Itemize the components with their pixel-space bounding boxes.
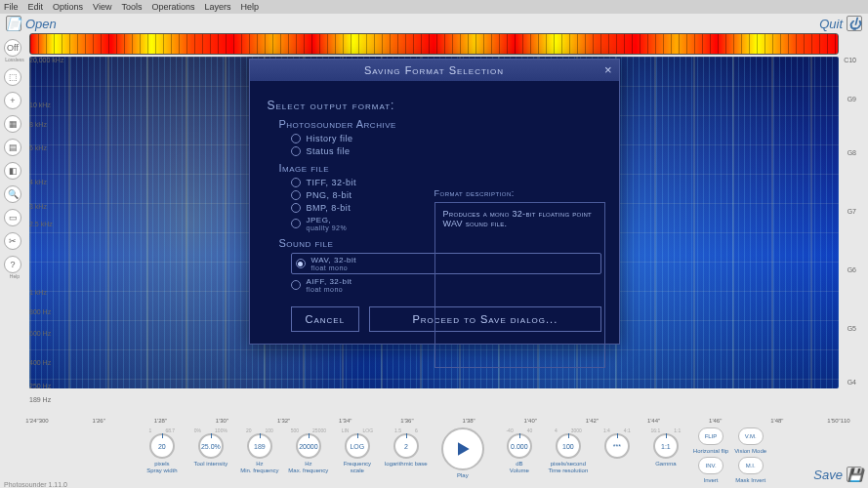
play-button[interactable] [441,427,484,470]
quit-label: Quit [819,17,843,31]
sidebar-tool-9[interactable]: ? [4,256,21,273]
freq-tick: 189 Hz [29,396,51,403]
toggle-label: Horizontal flip [693,448,728,454]
toggle-label: Vision Mode [734,448,766,454]
knob[interactable]: 5002500020000HzMax. frequency [287,427,330,473]
knob[interactable]: 168.720pixelsSpray width [141,427,184,473]
open-label: Open [25,17,57,31]
radio-history-file[interactable]: History file [291,134,601,143]
waveform-overview[interactable] [29,33,839,55]
toggle-flip[interactable]: FLIP [698,427,723,445]
knob-label: Tool intensity [194,461,228,468]
knob-dial[interactable]: LOG [345,433,370,459]
power-icon: ⏻ [847,16,862,31]
freq-tick: 400 Hz [29,359,51,366]
desc-heading: Format description: [434,188,605,198]
knob[interactable]: 1.562logarithmic base [385,427,428,468]
control-knobs: 168.720pixelsSpray width0%100%25.0%Tool … [98,427,809,480]
toggle-vm[interactable]: V.M. [738,427,764,445]
radio-label: WAV, 32-bitfloat mono [311,256,357,271]
dialog-titlebar[interactable]: Saving Format Selection × [250,60,619,81]
tool-sidebar: OffLossless⬚+▦▤◧🔍▭✂?Help [4,39,25,279]
sidebar-tool-3[interactable]: ▦ [4,115,21,133]
freq-tick: 10 kHz [29,102,51,108]
archive-heading: Photosounder Archive [279,118,601,130]
knob[interactable]: -40400.000dBVolume [498,427,541,473]
cancel-button[interactable]: Cancel [291,306,360,332]
knob-label: HzMax. frequency [288,461,328,473]
radio-tiff[interactable]: TIFF, 32-bit [291,178,601,187]
time-tick: 1'44" [647,418,660,424]
knob[interactable]: 16:11:11:1Gamma [644,427,687,468]
sidebar-tool-1[interactable]: ⬚ [4,68,21,86]
knob-dial[interactable]: *** [604,433,630,459]
quit-button[interactable]: Quit ⏻ [819,16,862,31]
time-tick: 1'50"110 [827,418,849,424]
knob-label: logarithmic base [385,461,428,468]
sidebar-tool-2[interactable]: + [4,92,21,109]
knob-label: Gamma [655,461,676,468]
freq-tick: 3 kHz [29,203,47,210]
menu-help[interactable]: Help [240,2,259,12]
radio-icon [291,203,301,213]
knob[interactable]: 20100189HzMin. frequency [238,427,281,473]
note-tick: G5 [847,325,856,332]
dialog-title-text: Saving Format Selection [364,64,504,76]
freq-tick: 4 kHz [29,179,47,185]
menu-options[interactable]: Options [53,2,83,12]
knob-dial[interactable]: 20000 [296,433,321,459]
knob[interactable]: 0%100%25.0%Tool intensity [189,427,232,468]
sidebar-sublabel: Lossless [4,57,25,62]
menu-view[interactable]: View [93,2,111,12]
freq-tick: 2.5 kHz [29,221,53,227]
time-tick: 1'32" [277,418,290,424]
knob[interactable]: 1:44:1*** [596,427,639,461]
time-tick: 1'24"300 [25,418,48,424]
freq-tick: 8 kHz [29,121,47,128]
knob-label: pixels/secondTime resolution [548,461,588,473]
sidebar-sublabel: Help [4,273,25,279]
knob-dial[interactable]: 25.0% [198,433,224,459]
knob-dial[interactable]: 100 [556,433,581,459]
sidebar-tool-0[interactable]: Off [4,39,21,57]
radio-label: Status file [307,146,351,156]
radio-label: AIFF, 32-bitfloat mono [307,277,352,293]
open-button[interactable]: 📄 Open [6,16,57,31]
freq-tick: 250 Hz [29,383,51,389]
knob-dial[interactable]: 1:1 [653,433,679,459]
menu-tools[interactable]: Tools [121,2,142,12]
menu-file[interactable]: File [4,2,19,12]
toggle-mi[interactable]: M.I. [738,457,764,474]
freq-tick: 800 Hz [29,308,51,315]
sidebar-tool-4[interactable]: ▤ [4,139,21,156]
note-tick: C10 [844,57,856,63]
freq-tick: 600 Hz [29,330,51,337]
sidebar-tool-8[interactable]: ✂ [4,232,21,250]
time-tick: 1'38" [462,418,475,424]
time-axis: 1'24"3001'26"1'28"1'30"1'32"1'34"1'36"1'… [37,418,839,427]
knob[interactable]: 43000100pixels/secondTime resolution [547,427,590,473]
knob-dial[interactable]: 20 [149,433,175,459]
time-tick: 1'26" [92,418,104,424]
knob-dial[interactable]: 0.000 [507,433,532,459]
knob[interactable]: LINLOGLOGFrequency scale [336,427,379,473]
radio-icon [291,178,301,187]
knob-dial[interactable]: 2 [393,433,419,459]
knob-dial[interactable]: 189 [247,433,272,459]
image-heading: Image file [279,162,601,174]
sidebar-tool-5[interactable]: ◧ [4,162,21,180]
time-tick: 1'42" [586,418,599,424]
knob-label: Frequency scale [336,461,379,473]
close-icon[interactable]: × [604,62,613,77]
sidebar-tool-6[interactable]: 🔍 [4,185,21,203]
toggle-inv.[interactable]: INV. [698,457,723,474]
save-button[interactable]: Save 💾 [813,467,862,482]
select-output-heading: Select output format: [268,99,601,112]
menu-edit[interactable]: Edit [28,2,44,12]
sidebar-tool-7[interactable]: ▭ [4,209,21,226]
menu-operations[interactable]: Operations [151,2,194,12]
knob-label: HzMin. frequency [240,461,278,473]
radio-status-file[interactable]: Status file [291,146,601,156]
menu-layers[interactable]: Layers [204,2,230,12]
radio-label: BMP, 8-bit [307,203,351,213]
